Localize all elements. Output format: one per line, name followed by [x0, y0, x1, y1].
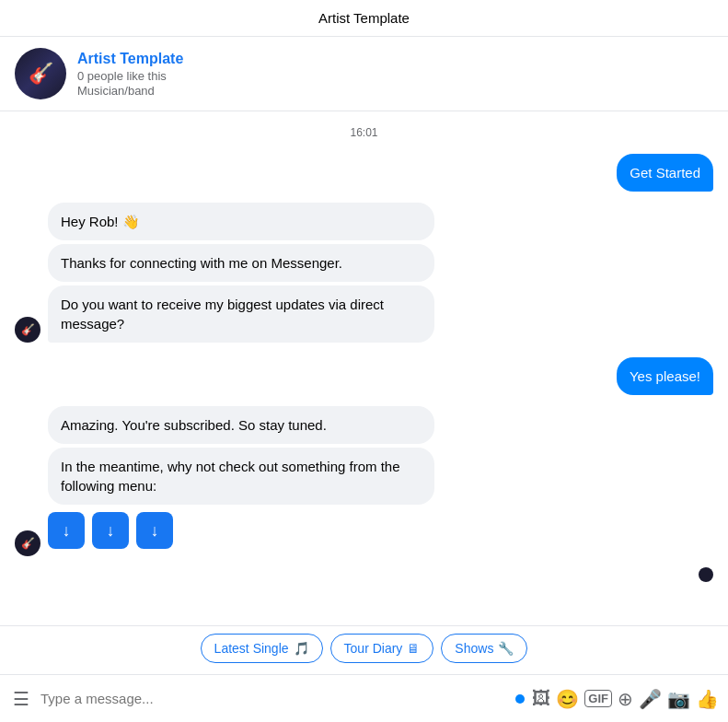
profile-header: 🎸 Artist Template 0 people like this Mus…: [0, 37, 728, 111]
reaction-icon[interactable]: ⊕: [618, 688, 633, 710]
gif-icon[interactable]: GIF: [584, 690, 612, 707]
chat-area: 16:01 Get Started 🎸 Hey Rob! 👋 Thanks fo…: [0, 111, 728, 625]
quick-replies: Latest Single 🎵 Tour Diary 🖥 Shows 🔧: [0, 625, 728, 674]
shows-icon: 🔧: [498, 641, 514, 656]
message-bubble-subscribe: Do you want to receive my biggest update…: [48, 285, 434, 343]
quick-reply-tour-diary[interactable]: Tour Diary 🖥: [330, 634, 434, 663]
profile-likes: 0 people like this: [77, 69, 183, 83]
menu-icon[interactable]: ☰: [9, 684, 33, 714]
message-bubble-amazing: Amazing. You're subscribed. So stay tune…: [48, 406, 434, 444]
message-bubble-get-started: Get Started: [617, 154, 713, 192]
quick-reply-shows[interactable]: Shows 🔧: [441, 634, 527, 663]
bot-avatar: 🎸: [15, 317, 40, 343]
avatar[interactable]: 🎸: [15, 48, 66, 99]
avatar-icon: 🎸: [29, 62, 53, 86]
seen-indicator: [699, 567, 713, 582]
arrow-btn-1[interactable]: ↓: [48, 512, 85, 549]
message-bubble-hey-rob: Hey Rob! 👋: [48, 203, 434, 240]
bot-message-group-1: 🎸 Hey Rob! 👋 Thanks for connecting with …: [15, 203, 713, 343]
bot-avatar-2: 🎸: [15, 530, 40, 556]
top-bar: Artist Template: [0, 0, 728, 37]
shows-label: Shows: [455, 641, 493, 656]
timestamp: 16:01: [15, 126, 713, 139]
message-bubble-thanks: Thanks for connecting with me on Messeng…: [48, 244, 434, 282]
arrow-btn-3[interactable]: ↓: [136, 512, 173, 549]
mic-icon[interactable]: 🎤: [639, 688, 662, 710]
input-icons-right: 🖼 😊 GIF ⊕ 🎤 📷 👍: [532, 688, 719, 710]
message-bubble-meantime: In the meantime, why not check out somet…: [48, 448, 434, 505]
message-row: Get Started: [15, 154, 713, 192]
tour-diary-label: Tour Diary: [344, 641, 403, 656]
bot-message-group-2: 🎸 Amazing. You're subscribed. So stay tu…: [15, 406, 713, 556]
profile-name[interactable]: Artist Template: [77, 51, 183, 67]
latest-single-icon: 🎵: [294, 641, 309, 656]
profile-type: Musician/band: [77, 84, 183, 98]
message-row-yes: Yes please!: [15, 357, 713, 395]
camera-icon[interactable]: 📷: [667, 688, 690, 710]
like-icon[interactable]: 👍: [696, 688, 719, 710]
arrows-row: ↓ ↓ ↓: [48, 512, 434, 549]
sticker-icon[interactable]: 🖼: [532, 688, 550, 709]
message-input[interactable]: [40, 691, 508, 706]
input-bar: ☰ 🖼 😊 GIF ⊕ 🎤 📷 👍: [0, 674, 728, 722]
arrow-btn-2[interactable]: ↓: [92, 512, 129, 549]
message-bubble-yes-please: Yes please!: [617, 357, 713, 395]
quick-reply-latest-single[interactable]: Latest Single 🎵: [201, 634, 323, 663]
tour-diary-icon: 🖥: [407, 641, 420, 656]
recording-dot: [515, 694, 525, 704]
top-bar-title: Artist Template: [318, 10, 410, 26]
profile-info: Artist Template 0 people like this Music…: [77, 51, 183, 98]
emoji-icon[interactable]: 😊: [556, 688, 579, 710]
latest-single-label: Latest Single: [214, 641, 289, 656]
